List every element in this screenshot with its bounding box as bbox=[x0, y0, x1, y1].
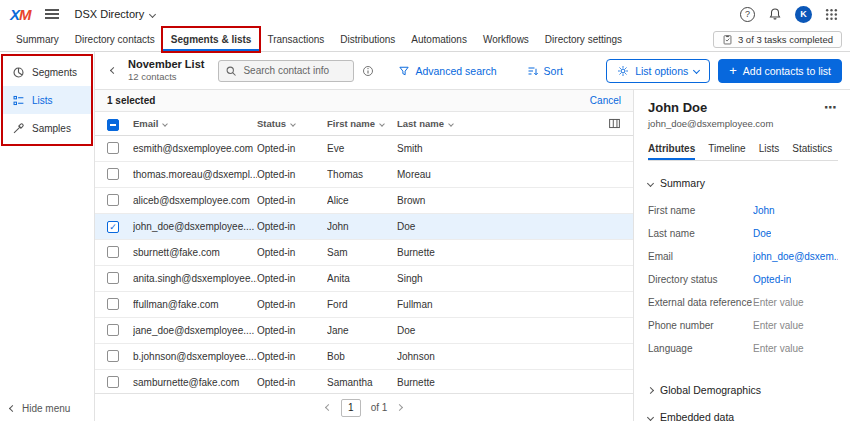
row-checkbox[interactable] bbox=[107, 168, 119, 180]
chevron-down-icon bbox=[379, 121, 385, 127]
section-summary[interactable]: Summary bbox=[648, 177, 838, 189]
sidebar-item-segments[interactable]: Segments bbox=[3, 58, 91, 86]
help-icon[interactable]: ? bbox=[740, 7, 755, 22]
previous-page-icon[interactable] bbox=[325, 404, 332, 411]
cell-status: Opted-in bbox=[257, 351, 327, 362]
tab-transactions[interactable]: Transactions bbox=[259, 28, 332, 51]
cell-email: samburnette@fake.com bbox=[133, 377, 257, 388]
header-actions: ? K bbox=[740, 6, 838, 23]
tab-attributes[interactable]: Attributes bbox=[648, 139, 695, 160]
tab-lists[interactable]: Lists bbox=[759, 139, 780, 160]
section-embedded-data[interactable]: Embedded data bbox=[648, 411, 838, 421]
contact-menu-button[interactable]: ⋯ bbox=[824, 100, 838, 115]
table-row[interactable]: thomas.moreau@dsxempl... Opted-in Thomas… bbox=[95, 162, 633, 188]
attribute-value[interactable]: John bbox=[753, 205, 775, 216]
column-header-first-name[interactable]: First name bbox=[327, 118, 397, 129]
table-row[interactable]: anita.singh@dsxemployee... Opted-in Anit… bbox=[95, 266, 633, 292]
row-checkbox[interactable] bbox=[107, 246, 119, 258]
advanced-search-button[interactable]: Advanced search bbox=[398, 65, 496, 77]
column-header-status[interactable]: Status bbox=[257, 118, 327, 129]
table-row[interactable]: b.johnson@dsxemployee.... Opted-in Bob J… bbox=[95, 344, 633, 370]
notifications-bell-icon[interactable] bbox=[768, 7, 782, 21]
chevron-down-icon bbox=[163, 121, 169, 127]
hide-menu-button[interactable]: Hide menu bbox=[0, 395, 94, 421]
tab-segments-and-lists[interactable]: Segments & lists bbox=[163, 28, 260, 51]
sort-label: Sort bbox=[544, 65, 563, 77]
cancel-selection-button[interactable]: Cancel bbox=[590, 95, 621, 106]
sidebar-item-lists[interactable]: Lists bbox=[3, 86, 91, 114]
cell-last-name: Doe bbox=[397, 325, 633, 336]
tab-summary[interactable]: Summary bbox=[8, 28, 67, 51]
row-checkbox[interactable] bbox=[107, 142, 119, 154]
row-checkbox[interactable] bbox=[107, 324, 119, 336]
cell-last-name: Smith bbox=[397, 143, 633, 154]
sort-button[interactable]: Sort bbox=[527, 65, 563, 77]
cell-first-name: Eve bbox=[327, 143, 397, 154]
cell-first-name: John bbox=[327, 221, 397, 232]
row-checkbox[interactable] bbox=[107, 298, 119, 310]
plus-icon: + bbox=[729, 64, 737, 77]
tab-automations[interactable]: Automations bbox=[403, 28, 475, 51]
table-row[interactable]: esmith@dsxemployee.com Opted-in Eve Smit… bbox=[95, 136, 633, 162]
contacts-table: 1 selected Cancel Email Status First nam… bbox=[95, 90, 633, 421]
selection-bar: 1 selected Cancel bbox=[95, 90, 633, 112]
hide-menu-label: Hide menu bbox=[22, 403, 70, 414]
user-avatar[interactable]: K bbox=[795, 6, 812, 23]
column-header-email[interactable]: Email bbox=[133, 118, 257, 129]
samples-icon bbox=[12, 122, 25, 135]
attribute-value-placeholder[interactable]: Enter value bbox=[753, 297, 804, 308]
cell-email: ffullman@fake.com bbox=[133, 299, 257, 310]
next-page-icon[interactable] bbox=[396, 404, 403, 411]
select-all-checkbox[interactable] bbox=[107, 119, 119, 131]
tasks-completed-badge[interactable]: 3 of 3 tasks completed bbox=[713, 31, 842, 48]
search-icon bbox=[225, 65, 237, 77]
cell-first-name: Bob bbox=[327, 351, 397, 362]
list-options-button[interactable]: List options bbox=[606, 59, 710, 83]
row-checkbox[interactable] bbox=[107, 376, 119, 388]
row-checkbox-checked[interactable] bbox=[107, 221, 119, 233]
tab-distributions[interactable]: Distributions bbox=[332, 28, 403, 51]
tab-timeline[interactable]: Timeline bbox=[708, 139, 745, 160]
segments-icon bbox=[12, 66, 25, 79]
apps-grid-icon[interactable] bbox=[825, 8, 838, 21]
column-settings-icon[interactable] bbox=[608, 117, 621, 130]
current-page-input[interactable]: 1 bbox=[341, 399, 361, 417]
table-row[interactable]: sburnett@fake.com Opted-in Sam Burnette bbox=[95, 240, 633, 266]
tab-directory-settings[interactable]: Directory settings bbox=[537, 28, 630, 51]
search-input[interactable] bbox=[241, 64, 347, 77]
table-row[interactable]: jane_doe@dsxemployee.... Opted-in Jane D… bbox=[95, 318, 633, 344]
tab-workflows[interactable]: Workflows bbox=[475, 28, 537, 51]
row-checkbox[interactable] bbox=[107, 272, 119, 284]
sidebar-item-samples[interactable]: Samples bbox=[3, 114, 91, 142]
column-header-last-name[interactable]: Last name bbox=[397, 118, 591, 129]
table-body: esmith@dsxemployee.com Opted-in Eve Smit… bbox=[95, 136, 633, 393]
table-row[interactable]: ffullman@fake.com Opted-in Ford Fullman bbox=[95, 292, 633, 318]
sort-icon bbox=[527, 65, 539, 77]
contact-count: 12 contacts bbox=[128, 71, 204, 83]
tab-directory-contacts[interactable]: Directory contacts bbox=[67, 28, 163, 51]
directory-selector[interactable]: DSX Directory bbox=[75, 8, 156, 20]
table-row[interactable]: samburnette@fake.com Opted-in Samantha B… bbox=[95, 370, 633, 393]
table-row-selected[interactable]: john_doe@dsxemployee.... Opted-in John D… bbox=[95, 214, 633, 240]
add-contacts-button[interactable]: + Add contacts to list bbox=[718, 59, 842, 83]
attribute-value[interactable]: john_doe@dsxem... bbox=[753, 251, 838, 262]
filter-funnel-icon bbox=[398, 65, 410, 77]
sidebar-item-label: Segments bbox=[32, 67, 77, 78]
attribute-value-placeholder[interactable]: Enter value bbox=[753, 343, 804, 354]
tab-statistics[interactable]: Statistics bbox=[792, 139, 832, 160]
attribute-value[interactable]: Doe bbox=[753, 228, 771, 239]
attribute-row: Last name Doe bbox=[648, 222, 838, 245]
attribute-value[interactable]: Opted-in bbox=[753, 274, 791, 285]
cell-status: Opted-in bbox=[257, 273, 327, 284]
main-column: November List 12 contacts Advanced searc… bbox=[95, 52, 850, 421]
back-button[interactable] bbox=[107, 64, 120, 77]
row-checkbox[interactable] bbox=[107, 194, 119, 206]
hamburger-menu-icon[interactable] bbox=[45, 9, 59, 19]
attribute-row: First name John bbox=[648, 199, 838, 222]
table-row[interactable]: aliceb@dsxemployee.com Opted-in Alice Br… bbox=[95, 188, 633, 214]
section-global-demographics[interactable]: Global Demographics bbox=[648, 384, 838, 396]
chevron-down-icon bbox=[693, 67, 700, 74]
info-icon[interactable] bbox=[362, 65, 374, 77]
row-checkbox[interactable] bbox=[107, 350, 119, 362]
attribute-value-placeholder[interactable]: Enter value bbox=[753, 320, 804, 331]
